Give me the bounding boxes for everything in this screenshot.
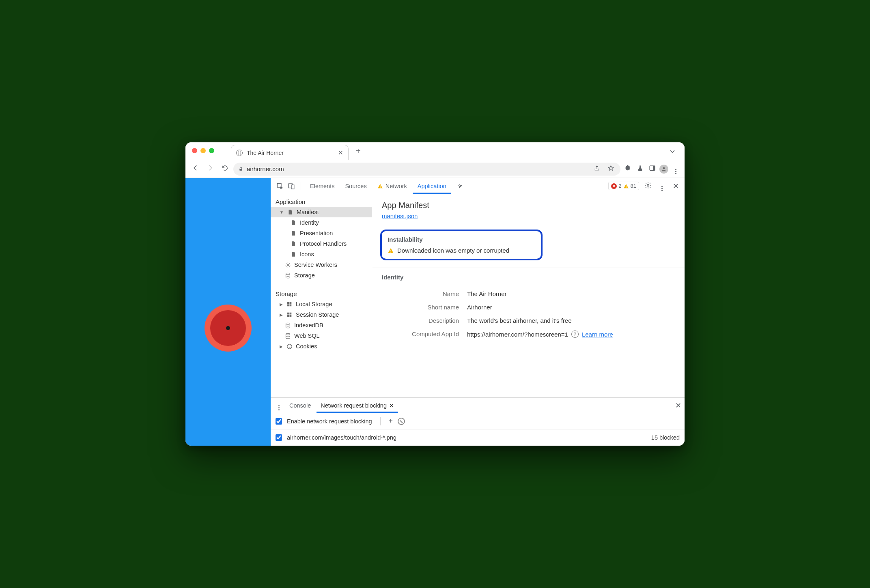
address-bar[interactable]: airhorner.com: [233, 163, 620, 176]
sidebar-group-storage: Storage: [271, 286, 372, 299]
gear-icon: [284, 262, 291, 268]
manifest-pane: App Manifest manifest.json Installabilit…: [372, 194, 685, 397]
application-sidebar: Application ▼ Manifest Identity Presenta…: [271, 194, 372, 397]
file-icon: [290, 219, 297, 226]
tabs-menu-chevron-icon[interactable]: [669, 148, 676, 156]
enable-blocking-checkbox[interactable]: [276, 418, 282, 425]
svg-point-27: [287, 344, 291, 348]
svg-rect-33: [390, 252, 391, 252]
profile-avatar-icon[interactable]: [659, 165, 668, 174]
drawer-menu-icon[interactable]: [274, 401, 284, 410]
manifest-link[interactable]: manifest.json: [382, 212, 418, 219]
learn-more-link[interactable]: Learn more: [582, 331, 613, 338]
tab-sources[interactable]: Sources: [340, 178, 371, 194]
sidebar-item-storage[interactable]: Storage: [271, 270, 372, 281]
titlebar: The Air Horner ✕ +: [185, 142, 685, 160]
file-icon: [290, 230, 297, 236]
new-tab-button[interactable]: +: [356, 146, 361, 156]
warning-icon: [623, 183, 629, 189]
airhorn-graphic: [204, 304, 252, 352]
close-devtools-icon[interactable]: ✕: [671, 182, 680, 191]
close-tab-icon[interactable]: ✕: [338, 149, 343, 157]
forward-button[interactable]: [204, 164, 216, 174]
enable-blocking-label: Enable network request blocking: [287, 418, 372, 425]
sidebar-item-identity[interactable]: Identity: [271, 217, 372, 228]
error-warning-badge[interactable]: ✕ 2 81: [608, 182, 639, 190]
drawer-tab-console[interactable]: Console: [285, 398, 315, 413]
file-icon: [290, 240, 297, 247]
clear-patterns-icon[interactable]: [398, 418, 405, 425]
sidebar-item-manifest[interactable]: ▼ Manifest: [271, 207, 372, 217]
sidebar-item-protocol-handlers[interactable]: Protocol Handlers: [271, 238, 372, 249]
sidebar-item-presentation[interactable]: Presentation: [271, 228, 372, 238]
minimize-window-button[interactable]: [200, 148, 206, 153]
labs-flask-icon[interactable]: [635, 165, 645, 173]
extensions-icon[interactable]: [623, 165, 633, 174]
tab-elements[interactable]: Elements: [305, 178, 339, 194]
blocked-count: 15 blocked: [651, 434, 680, 441]
settings-gear-icon[interactable]: [643, 182, 653, 191]
help-icon[interactable]: ?: [571, 330, 579, 338]
pattern-checkbox[interactable]: [276, 434, 282, 441]
maximize-window-button[interactable]: [209, 148, 214, 153]
sidebar-item-indexeddb[interactable]: IndexedDB: [271, 320, 372, 330]
network-blocking-toolbar: Enable network request blocking +: [271, 413, 685, 429]
back-button[interactable]: [190, 164, 202, 174]
browser-tab[interactable]: The Air Horner ✕: [231, 145, 349, 160]
svg-rect-21: [287, 313, 289, 315]
tab-application[interactable]: Application: [413, 178, 451, 194]
error-count: 2: [618, 183, 621, 189]
svg-point-29: [289, 345, 290, 346]
sidebar-item-websql[interactable]: Web SQL: [271, 330, 372, 341]
share-icon[interactable]: [592, 165, 602, 173]
svg-point-3: [663, 167, 665, 169]
svg-point-6: [226, 326, 230, 330]
lock-icon: [238, 166, 243, 172]
installability-box: Installability Downloaded icon was empty…: [380, 230, 543, 260]
address-text: airhorner.com: [247, 165, 284, 172]
inspect-element-icon[interactable]: [275, 181, 285, 191]
section-title: App Manifest: [382, 201, 675, 210]
svg-rect-0: [239, 169, 242, 171]
side-panel-icon[interactable]: [647, 165, 657, 173]
bookmark-star-icon[interactable]: [606, 165, 616, 173]
table-icon: [286, 311, 293, 318]
svg-point-16: [286, 273, 290, 275]
sidebar-item-service-workers[interactable]: Service Workers: [271, 260, 372, 270]
sidebar-item-local-storage[interactable]: ▶ Local Storage: [271, 299, 372, 309]
sidebar-item-session-storage[interactable]: ▶ Session Storage: [271, 309, 372, 320]
tabs-overflow-icon[interactable]: [452, 178, 468, 194]
close-drawer-icon[interactable]: ✕: [675, 401, 681, 410]
chrome-menu-icon[interactable]: [671, 164, 680, 174]
close-drawer-tab-icon[interactable]: ✕: [389, 402, 394, 409]
close-window-button[interactable]: [192, 148, 197, 153]
svg-rect-9: [291, 185, 294, 189]
identity-heading: Identity: [382, 274, 675, 281]
device-toggle-icon[interactable]: [286, 181, 297, 191]
sidebar-item-cookies[interactable]: ▶ Cookies: [271, 341, 372, 352]
svg-point-15: [287, 264, 289, 266]
reload-button[interactable]: [219, 165, 231, 174]
devtools: Elements Sources Network Application ✕ 2…: [271, 178, 685, 446]
row-short-name: Short name Airhorner: [382, 300, 675, 314]
sidebar-item-icons[interactable]: Icons: [271, 249, 372, 260]
drawer-tab-network-request-blocking[interactable]: Network request blocking ✕: [317, 398, 398, 413]
tab-network[interactable]: Network: [373, 178, 412, 194]
database-icon: [284, 333, 291, 339]
blocked-pattern-row[interactable]: airhorner.com/images/touch/android-*.png…: [271, 429, 685, 446]
svg-rect-32: [390, 250, 391, 251]
svg-rect-11: [380, 187, 380, 187]
svg-rect-12: [626, 185, 626, 187]
warning-count: 81: [631, 183, 636, 189]
page-content: [185, 178, 271, 446]
file-icon: [290, 251, 297, 258]
svg-rect-13: [626, 187, 626, 187]
add-pattern-button[interactable]: +: [389, 417, 393, 425]
traffic-lights: [192, 148, 214, 153]
devtools-menu-icon[interactable]: [657, 181, 667, 191]
globe-icon: [236, 150, 243, 156]
svg-point-26: [286, 333, 290, 335]
installability-heading: Installability: [388, 236, 535, 243]
sidebar-group-application: Application: [271, 194, 372, 207]
svg-rect-20: [290, 305, 292, 307]
